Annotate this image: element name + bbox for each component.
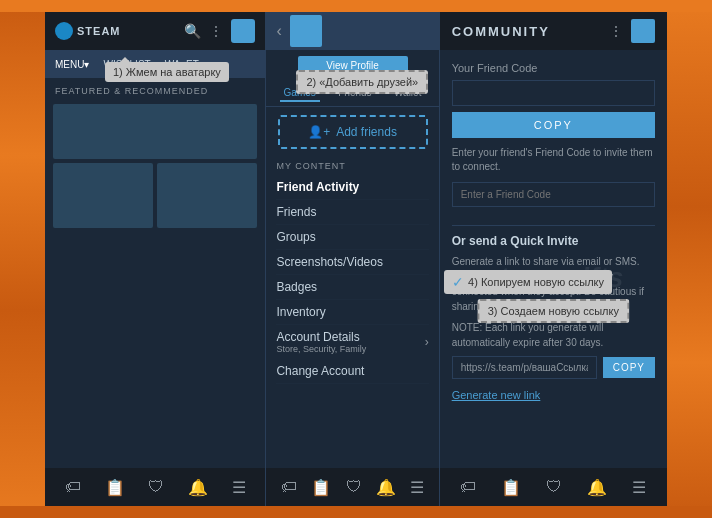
nav-menu[interactable]: MENU▾ [51,57,93,72]
comm-bottom-icon-menu[interactable]: ☰ [632,478,646,497]
mid-bottom-icon-shield[interactable]: 🛡 [346,478,362,496]
arrow-right-icon: › [425,335,429,349]
menu-groups[interactable]: Groups [276,225,428,250]
community-header-icons: ⋮ [609,19,655,43]
comm-bottom-icon-tag[interactable]: 🏷 [460,478,476,496]
back-arrow-icon[interactable]: ‹ [276,22,281,40]
game-tiles-grid [45,100,265,232]
community-avatar [631,19,655,43]
steam-client-panel: STEAM 🔍 ⋮ MENU▾ WISHLIST WA..ET 1) Жмем … [45,12,266,506]
friend-code-input[interactable] [452,80,655,106]
expire-note: NOTE: Each link you generate will automa… [452,320,655,350]
add-friends-icon: 👤+ [308,125,330,139]
menu-list: Friend Activity Friends Groups Screensho… [266,175,438,384]
dropdown-overlay-panel: ‹ 2) «Добавить друзей» View Profile Game… [266,12,439,506]
steam-header: STEAM 🔍 ⋮ [45,12,265,50]
game-tile-wide [53,104,257,159]
gift-left-decoration [0,0,45,518]
friend-code-label: Your Friend Code [452,62,655,74]
game-tile-1 [53,163,153,228]
invite-link-copy-button[interactable]: COPY [603,357,655,378]
steam-logo-icon [55,22,73,40]
add-friends-button[interactable]: 👤+ Add friends [278,115,428,149]
dropdown-bottom-bar: 🏷 📋 🛡 🔔 ☰ [266,468,438,506]
comm-bottom-icon-list[interactable]: 📋 [501,478,521,497]
menu-account-details[interactable]: Account Details Store, Security, Family … [276,325,428,359]
link-copy-area: COPY 3) Создаем новую ссылку Generate ne… [452,356,655,403]
check-icon: ✓ [452,274,464,290]
gift-right-decoration [667,0,712,518]
community-content: Your Friend Code COPY Enter your friend'… [440,50,667,468]
tooltip-add-friends: 2) «Добавить друзей» [296,70,428,94]
menu-friend-activity[interactable]: Friend Activity [276,175,428,200]
steam-bottom-bar: 🏷 📋 🛡 🔔 ☰ [45,468,265,506]
menu-screenshots[interactable]: Screenshots/Videos [276,250,428,275]
comm-bottom-icon-shield[interactable]: 🛡 [546,478,562,496]
mid-bottom-icon-tag[interactable]: 🏷 [281,478,297,496]
steam-header-icons: 🔍 ⋮ [184,19,255,43]
menu-icon[interactable]: ⋮ [209,23,223,39]
steam-logo-text: STEAM [77,25,121,37]
community-content-wrapper: steamgifts Your Friend Code COPY Enter y… [440,50,667,506]
mid-bottom-icon-menu[interactable]: ☰ [410,478,424,497]
comm-bottom-icon-bell[interactable]: 🔔 [587,478,607,497]
community-panel: COMMUNITY ⋮ steamgifts Your Friend Code … [440,12,667,506]
community-title: COMMUNITY [452,24,601,39]
user-avatar[interactable] [231,19,255,43]
bottom-icon-menu[interactable]: ☰ [232,478,246,497]
section-divider [452,225,655,226]
quick-invite-label: Or send a Quick Invite [452,234,655,248]
gift-bottom-decoration [0,506,712,518]
menu-change-account[interactable]: Change Account [276,359,428,384]
profile-avatar [290,15,322,47]
community-header: COMMUNITY ⋮ [440,12,667,50]
game-tile-2 [157,163,257,228]
gift-top-decoration [0,0,712,12]
mid-bottom-icon-bell[interactable]: 🔔 [376,478,396,497]
tooltip-copy-link: ✓ 4) Копируем новую ссылку [444,270,612,294]
community-menu-icon[interactable]: ⋮ [609,23,623,39]
steam-content-area: FEATURED & RECOMMENDED [45,78,265,468]
tooltip-click-avatar: 1) Жмем на аватарку [105,62,229,82]
invite-link-input[interactable] [452,356,597,379]
menu-inventory[interactable]: Inventory [276,300,428,325]
friend-code-copy-button[interactable]: COPY [452,112,655,138]
bottom-icon-tag[interactable]: 🏷 [65,478,81,496]
menu-badges[interactable]: Badges [276,275,428,300]
mid-bottom-icon-list[interactable]: 📋 [311,478,331,497]
bottom-icon-bell[interactable]: 🔔 [188,478,208,497]
my-content-label: MY CONTENT [266,157,438,175]
tooltip-generate-link: 3) Создаем новую ссылку [478,299,629,323]
menu-friends[interactable]: Friends [276,200,428,225]
steam-logo: STEAM [55,22,121,40]
friend-code-description: Enter your friend's Friend Code to invit… [452,146,655,174]
community-bottom-bar: 🏷 📋 🛡 🔔 ☰ [440,468,667,506]
generate-new-link-button[interactable]: Generate new link [452,389,541,401]
add-friends-label: Add friends [336,125,397,139]
bottom-icon-list[interactable]: 📋 [105,478,125,497]
enter-friend-code-input[interactable] [452,182,655,207]
bottom-icon-shield[interactable]: 🛡 [148,478,164,496]
link-row: COPY [452,356,655,379]
search-icon[interactable]: 🔍 [184,23,201,39]
dropdown-header: ‹ [266,12,438,50]
